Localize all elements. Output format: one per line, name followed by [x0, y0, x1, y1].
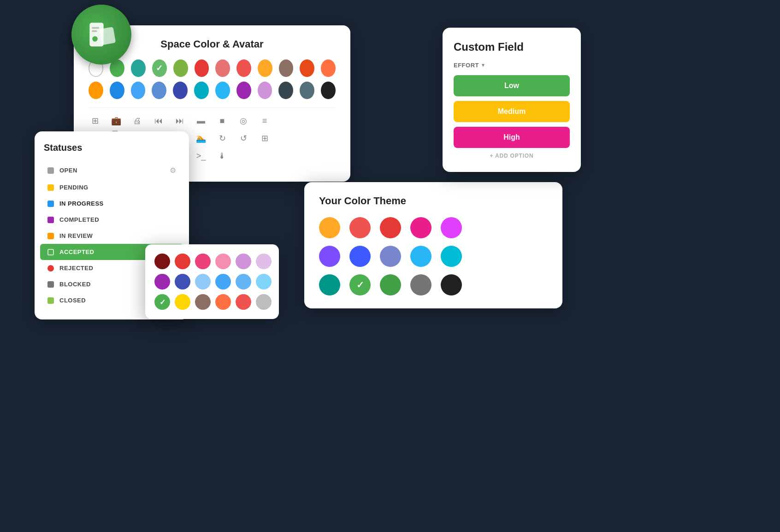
gear-icon[interactable]: ⚙	[170, 166, 176, 175]
status-item-inprogress[interactable]: IN PROGRESS	[44, 195, 180, 212]
theme-dot[interactable]	[349, 217, 371, 238]
status-label-open: OPEN	[59, 167, 77, 174]
picker-dot[interactable]	[154, 254, 170, 269]
status-item-completed[interactable]: COMPLETED	[44, 212, 180, 228]
add-option-button[interactable]: + ADD OPTION	[454, 153, 570, 159]
color-dot[interactable]	[258, 82, 272, 99]
picker-dot[interactable]	[215, 254, 231, 269]
list-icon[interactable]: ≡	[258, 114, 271, 127]
status-item-pending[interactable]: PENDING	[44, 179, 180, 195]
theme-row-3	[319, 274, 548, 296]
swim2-icon[interactable]: 🏊	[195, 132, 207, 145]
color-theme-title: Your Color Theme	[319, 195, 548, 207]
picker-dot[interactable]	[236, 274, 251, 290]
option-high[interactable]: High	[454, 127, 570, 148]
color-dot[interactable]	[321, 59, 336, 77]
svg-point-2	[92, 36, 98, 42]
theme-dot[interactable]	[380, 274, 401, 296]
color-dot[interactable]	[195, 59, 209, 77]
skip-back-icon[interactable]: ⏮	[152, 114, 165, 127]
color-dot[interactable]	[300, 82, 314, 99]
theme-dot[interactable]	[380, 246, 401, 267]
color-dot[interactable]	[321, 82, 336, 99]
color-dot[interactable]	[215, 59, 230, 77]
status-item-open[interactable]: OPEN ⚙	[44, 161, 180, 179]
printer-icon[interactable]: 🖨	[131, 114, 144, 127]
picker-dot[interactable]	[195, 254, 211, 269]
theme-dot[interactable]	[380, 217, 401, 238]
picker-dot[interactable]	[236, 294, 251, 310]
theme-row-1	[319, 217, 548, 238]
color-grid	[89, 59, 336, 99]
theme-dot-selected[interactable]	[349, 274, 371, 296]
picker-dot[interactable]	[256, 274, 272, 290]
picker-dot[interactable]	[236, 254, 251, 269]
grid-icon[interactable]: ⊞	[89, 114, 101, 127]
theme-dot[interactable]	[349, 246, 371, 267]
theme-dot[interactable]	[441, 246, 462, 267]
option-low[interactable]: Low	[454, 75, 570, 96]
status-dot-completed	[47, 217, 54, 223]
custom-field-title: Custom Field	[454, 41, 570, 53]
effort-dropdown[interactable]: EFFORT ▾	[454, 62, 570, 69]
color-dot[interactable]	[173, 82, 188, 99]
refresh-icon[interactable]: ↻	[216, 132, 229, 145]
picker-dot[interactable]	[154, 274, 170, 290]
color-dot[interactable]	[89, 82, 103, 99]
theme-dot[interactable]	[319, 246, 340, 267]
theme-dot[interactable]	[441, 217, 462, 238]
picker-dot[interactable]	[256, 254, 272, 269]
icon-row-1: ⊞ 💼 🖨 ⏮ ⏭ ▬ ■ ◎ ≡	[89, 114, 336, 127]
theme-dot[interactable]	[410, 217, 431, 238]
picker-dot[interactable]	[215, 294, 231, 310]
status-label-completed: COMPLETED	[59, 216, 99, 223]
theme-dot[interactable]	[441, 274, 462, 296]
status-item-inreview[interactable]: IN REVIEW	[44, 228, 180, 244]
theme-dot[interactable]	[410, 274, 431, 296]
color-dot[interactable]	[300, 59, 314, 77]
color-dot[interactable]	[110, 82, 124, 99]
film-icon[interactable]: ▬	[195, 114, 207, 127]
picker-dot[interactable]	[215, 274, 231, 290]
theme-dot[interactable]	[319, 274, 340, 296]
color-dot[interactable]	[279, 59, 294, 77]
refresh2-icon[interactable]: ↺	[237, 132, 250, 145]
color-dot[interactable]	[152, 82, 166, 99]
status-label-inreview: IN REVIEW	[59, 232, 93, 239]
picker-dot[interactable]	[195, 294, 211, 310]
color-dot[interactable]	[173, 59, 188, 77]
picker-dot[interactable]	[175, 294, 190, 310]
color-dot[interactable]	[278, 82, 293, 99]
status-dot-open	[47, 167, 54, 174]
picker-dot[interactable]	[195, 274, 211, 290]
picker-dot[interactable]	[175, 254, 190, 269]
status-dot-rejected	[47, 265, 54, 272]
terminal-icon[interactable]: >_	[195, 149, 207, 162]
skip-forward-icon[interactable]: ⏭	[173, 114, 186, 127]
theme-dot[interactable]	[319, 217, 340, 238]
color-dot[interactable]	[131, 59, 146, 77]
color-dot[interactable]	[236, 82, 251, 99]
briefcase-icon[interactable]: 💼	[110, 114, 123, 127]
color-dot-selected[interactable]	[152, 59, 167, 77]
status-label-inprogress: IN PROGRESS	[59, 200, 104, 207]
stop-icon[interactable]: ■	[216, 114, 229, 127]
color-dot[interactable]	[194, 82, 209, 99]
status-dot-accepted	[47, 249, 54, 255]
color-dot[interactable]	[131, 82, 146, 99]
picker-dot[interactable]	[256, 294, 272, 310]
picker-dot-selected[interactable]	[154, 294, 170, 310]
svg-rect-4	[92, 30, 97, 32]
disc-icon[interactable]: ◎	[237, 114, 250, 127]
color-dot[interactable]	[215, 82, 230, 99]
option-medium[interactable]: Medium	[454, 101, 570, 122]
picker-dot[interactable]	[175, 274, 190, 290]
status-dot-pending	[47, 184, 54, 191]
theme-dot[interactable]	[410, 246, 431, 267]
app-logo	[71, 5, 131, 65]
thermometer-icon[interactable]: 🌡	[216, 149, 229, 162]
table-icon[interactable]: ⊞	[258, 132, 271, 145]
theme-row-2	[319, 246, 548, 267]
color-dot[interactable]	[258, 59, 272, 77]
color-dot[interactable]	[236, 59, 251, 77]
